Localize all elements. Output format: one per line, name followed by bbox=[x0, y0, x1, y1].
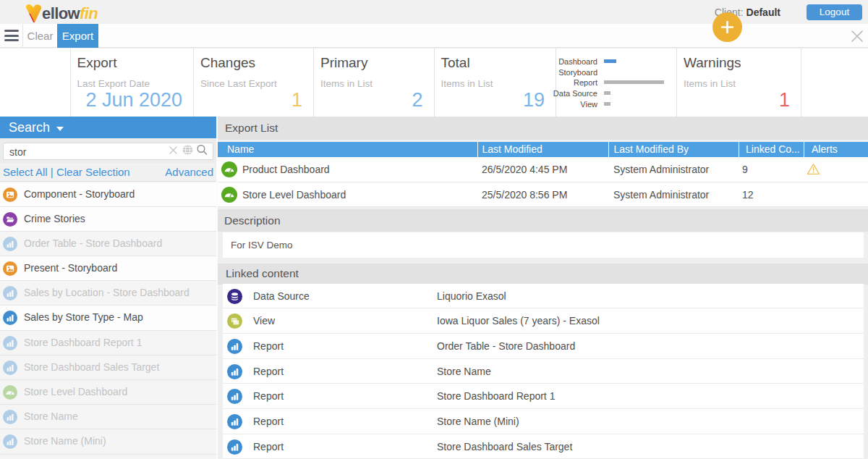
linked-type: View bbox=[253, 308, 275, 333]
report-icon bbox=[227, 364, 242, 379]
toolbar: Clear Export bbox=[0, 24, 868, 48]
dashboard-icon bbox=[3, 385, 17, 400]
cell-linked-content: 9 bbox=[742, 157, 748, 182]
client-value: Default bbox=[746, 7, 780, 18]
sidebar-item-label: Store Name bbox=[24, 405, 78, 429]
yellowfin-logo: ellowfin bbox=[25, 3, 98, 22]
sidebar-item[interactable]: Store Name bbox=[0, 405, 216, 429]
stat-title: Primary bbox=[320, 55, 434, 71]
report-icon bbox=[3, 237, 17, 251]
stat-value: 2 bbox=[412, 89, 422, 111]
sidebar-item[interactable]: Component - Storyboard bbox=[0, 182, 216, 207]
description-box: For ISV Demo bbox=[223, 232, 864, 258]
column-header[interactable]: Last Modified bbox=[478, 142, 609, 158]
export-table-row[interactable]: Store Level Dashboard 25/5/2020 8:56 PM … bbox=[218, 182, 868, 208]
sidebar-item[interactable]: Store Dashboard Report 1 bbox=[0, 331, 216, 355]
dashboard-icon bbox=[221, 187, 237, 203]
linked-content-row[interactable]: Report Store Name (Mini) bbox=[223, 409, 864, 434]
cell-name: Product Dashboard bbox=[242, 157, 330, 182]
folder-icon bbox=[3, 212, 17, 230]
select-all-clear-selection-link[interactable]: Select All | Clear Selection bbox=[3, 163, 130, 181]
export-main-panel: Export List NameLast ModifiedLast Modifi… bbox=[218, 117, 868, 459]
clear-search-icon[interactable] bbox=[169, 145, 178, 158]
linked-value: Store Name bbox=[437, 359, 491, 384]
linked-content-row[interactable]: View Iowa Liquor Sales (7 years) - Exaso… bbox=[223, 308, 864, 334]
search-input[interactable]: stor bbox=[3, 143, 213, 160]
column-header[interactable]: Linked Co... bbox=[739, 142, 804, 158]
column-header[interactable]: Name bbox=[218, 142, 478, 158]
stat-value: 19 bbox=[523, 89, 545, 111]
report-icon bbox=[3, 311, 17, 328]
report-icon bbox=[3, 434, 17, 452]
description-text: For ISV Demo bbox=[231, 232, 293, 258]
sidebar-item[interactable]: Sales by Store Type - Map bbox=[0, 306, 216, 330]
stat-subtitle: Last Export Date bbox=[77, 78, 194, 89]
search-icon[interactable] bbox=[196, 144, 208, 159]
linked-content-header: Linked content bbox=[218, 264, 868, 285]
column-header[interactable]: Last Modified By bbox=[609, 142, 740, 158]
stat-title: Warnings bbox=[684, 55, 801, 71]
linked-value: Liquorio Exasol bbox=[437, 284, 506, 308]
linked-value: Order Table - Store Dashboard bbox=[437, 334, 575, 358]
dashboard-icon bbox=[3, 385, 17, 403]
cell-last-modified: 26/5/2020 4:45 PM bbox=[482, 157, 567, 182]
linked-type: Report bbox=[253, 409, 284, 434]
sidebar-item[interactable]: Store Name (Mini) bbox=[0, 429, 216, 454]
logout-button[interactable]: Logout bbox=[807, 4, 862, 20]
storyboard-icon bbox=[3, 188, 17, 205]
globe-icon[interactable] bbox=[182, 145, 193, 159]
report-icon bbox=[3, 361, 17, 375]
stat-title: Export bbox=[77, 55, 194, 71]
stat-warnings: Warnings Items in List 1 bbox=[677, 49, 801, 117]
sidebar-item[interactable]: Sales by Location - Store Dashboard bbox=[0, 281, 216, 306]
linked-content-row[interactable]: Data Source Liquorio Exasol bbox=[223, 284, 864, 309]
sidebar-search-header[interactable]: Search bbox=[0, 117, 216, 138]
dashboard-icon bbox=[221, 161, 237, 180]
linked-type: Report bbox=[253, 434, 284, 459]
add-button[interactable] bbox=[712, 12, 742, 42]
advanced-link[interactable]: Advanced bbox=[165, 163, 213, 181]
sidebar-item[interactable]: Crime Stories bbox=[0, 207, 216, 232]
report-icon bbox=[3, 311, 17, 325]
column-header[interactable]: Alerts bbox=[804, 142, 868, 158]
chart-category-label: View bbox=[580, 101, 597, 108]
report-icon bbox=[227, 439, 242, 455]
chart-row: Dashboard bbox=[556, 58, 677, 65]
sidebar-item-label: Sales by Store Type - Map bbox=[24, 306, 143, 329]
linked-type: Report bbox=[253, 384, 284, 408]
linked-content-row[interactable]: Report Store Name bbox=[223, 359, 864, 384]
sidebar-item[interactable]: Store Level Dashboard bbox=[0, 380, 216, 405]
cell-last-modified-by: System Administrator bbox=[613, 182, 709, 208]
export-table-row[interactable]: Product Dashboard 26/5/2020 4:45 PM Syst… bbox=[218, 157, 868, 182]
sidebar-item[interactable]: Order Table - Store Dashboard bbox=[0, 232, 216, 256]
stat-title: Total bbox=[441, 55, 556, 71]
sidebar-selection-links: Select All | Clear Selection Advanced bbox=[0, 163, 216, 182]
close-icon[interactable] bbox=[851, 30, 864, 43]
sidebar-item[interactable]: Present - Storyboard bbox=[0, 256, 216, 281]
tab-export[interactable]: Export bbox=[57, 24, 98, 48]
stat-value: 1 bbox=[292, 89, 302, 111]
tab-clear[interactable]: Clear bbox=[23, 24, 57, 48]
storyboard-icon bbox=[3, 261, 17, 276]
linked-value: Store Name (Mini) bbox=[437, 409, 519, 434]
linked-content-row[interactable]: Report Store Dashboard Report 1 bbox=[223, 384, 864, 409]
stat-chart-cell: DashboardStoryboardReportData SourceView bbox=[556, 49, 677, 117]
sidebar-item[interactable]: Store Dashboard Sales Target bbox=[0, 355, 216, 380]
stat-value: 2 Jun 2020 bbox=[85, 89, 182, 111]
report-icon bbox=[227, 414, 242, 429]
linked-content-row[interactable]: Report Order Table - Store Dashboard bbox=[223, 334, 864, 359]
storyboard-icon bbox=[3, 261, 17, 279]
datasource-icon bbox=[227, 289, 242, 307]
sidebar-item-label: Present - Storyboard bbox=[24, 256, 117, 280]
linked-type: Data Source bbox=[253, 284, 310, 308]
plus-icon bbox=[721, 21, 733, 33]
linked-content-row[interactable]: Report Store Dashboard Sales Target bbox=[223, 434, 864, 459]
report-icon bbox=[3, 410, 17, 424]
report-icon bbox=[3, 434, 17, 449]
linked-type: Report bbox=[253, 334, 284, 358]
alert-warning-icon[interactable] bbox=[807, 163, 820, 178]
logo-text-fin: fin bbox=[80, 4, 98, 22]
report-icon bbox=[227, 339, 242, 357]
menu-icon[interactable] bbox=[4, 30, 19, 41]
stat-total: Total Items in List 19 bbox=[435, 49, 557, 117]
